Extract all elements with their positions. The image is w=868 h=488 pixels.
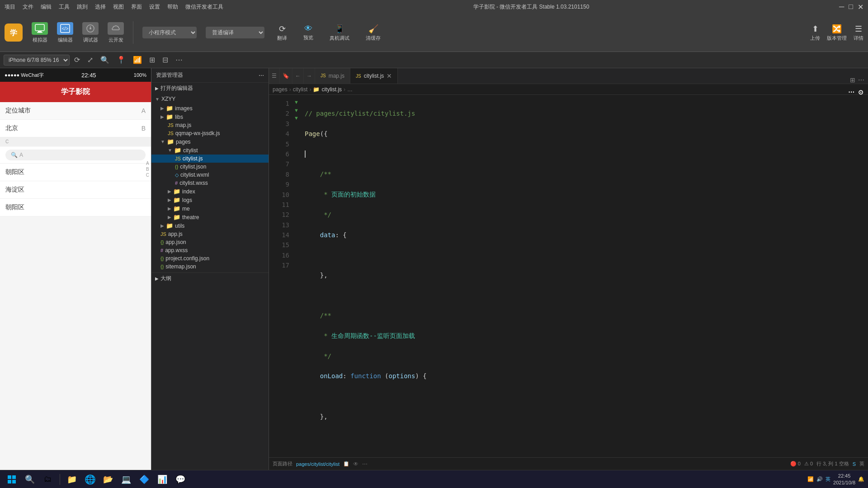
- folder-pages[interactable]: ▼ 📁 pages: [151, 137, 269, 146]
- taskbar-wechat[interactable]: 💬: [172, 471, 189, 488]
- menu-interface[interactable]: 界面: [131, 3, 142, 11]
- district-item-3[interactable]: 朝阳区: [0, 199, 151, 216]
- split-button[interactable]: ⊟: [160, 54, 171, 66]
- menu-view[interactable]: 视图: [113, 3, 124, 11]
- taskbar-files[interactable]: 📂: [100, 471, 116, 488]
- recent-editors-header[interactable]: ▶ 打开的编辑器: [151, 83, 269, 94]
- folder-theatre[interactable]: ▶ 📁 theatre: [151, 213, 269, 221]
- file-citylist-wxml[interactable]: ◇ citylist.wxml: [151, 171, 269, 179]
- folder-citylist[interactable]: ▼ 📁 citylist: [151, 146, 269, 155]
- code-content[interactable]: // pages/citylist/citylist.js Page({ /**…: [301, 95, 868, 457]
- wifi-button[interactable]: 📶: [130, 54, 145, 66]
- file-map-js[interactable]: JS map.js: [151, 121, 269, 129]
- close-button[interactable]: ✕: [858, 3, 863, 11]
- file-app-wxss[interactable]: # app.wxss: [151, 246, 269, 254]
- upload-button[interactable]: ⬆ 上传: [810, 24, 820, 42]
- tab-citylist-js[interactable]: JS citylist.js ✕: [350, 68, 398, 84]
- device-select[interactable]: iPhone 6/7/8 85% 16: [4, 55, 70, 66]
- alpha-nav-a[interactable]: A: [146, 161, 149, 166]
- menu-wechat-devtools[interactable]: 微信开发者工具: [185, 3, 223, 11]
- grid-button[interactable]: ⊞: [146, 54, 158, 66]
- file-sitemap[interactable]: {} sitemap.json: [151, 263, 269, 271]
- simulator-button[interactable]: 模拟器: [32, 22, 48, 43]
- breadcrumb-more[interactable]: …: [347, 86, 353, 93]
- citylist-json-icon: {}: [175, 164, 178, 169]
- alpha-nav-b[interactable]: B: [146, 167, 149, 172]
- rotate-button[interactable]: ⟳: [71, 54, 83, 66]
- alpha-nav-c[interactable]: C: [146, 173, 149, 178]
- panel-more-button[interactable]: ⋯: [259, 72, 264, 79]
- menu-help[interactable]: 帮助: [167, 3, 178, 11]
- split-editor-button[interactable]: ⊞: [850, 76, 855, 84]
- menu-project[interactable]: 项目: [5, 3, 15, 11]
- preview-button[interactable]: 👁 预览: [300, 22, 317, 43]
- real-debug-button[interactable]: 📱 真机调试: [326, 22, 353, 43]
- district-item-1[interactable]: 朝阳区: [0, 164, 151, 181]
- breadcrumb-citylist[interactable]: citylist: [293, 86, 308, 93]
- more-sec-button[interactable]: ⋯: [173, 54, 185, 66]
- tab-bookmark-button[interactable]: 🔖: [280, 68, 292, 84]
- me-chevron: ▶: [168, 206, 171, 211]
- menu-tools[interactable]: 工具: [59, 3, 70, 11]
- code-line-12: * 生命周期函数--监听页面加载: [305, 331, 868, 341]
- nav-back-button[interactable]: ←: [292, 68, 304, 84]
- outline-header[interactable]: ▶ 大纲: [151, 272, 269, 284]
- menu-file[interactable]: 文件: [23, 3, 33, 11]
- tab-map-js[interactable]: JS map.js: [315, 68, 350, 84]
- folder-me[interactable]: ▶ 📁 me: [151, 204, 269, 213]
- taskbar-ppt[interactable]: 📊: [154, 471, 170, 488]
- folder-libs[interactable]: ▶ 📁 libs: [151, 113, 269, 121]
- folder-images[interactable]: ▶ 📁 images: [151, 104, 269, 113]
- taskbar-terminal[interactable]: 💻: [118, 471, 134, 488]
- fullscreen-button[interactable]: ⤢: [85, 54, 96, 66]
- version-button[interactable]: 🔀 版本管理: [827, 24, 847, 42]
- district-item-2[interactable]: 海淀区: [0, 181, 151, 199]
- detail-button[interactable]: ☰ 详情: [854, 24, 863, 42]
- mode-select[interactable]: 小程序模式: [142, 27, 197, 38]
- taskbar-explorer[interactable]: 📁: [64, 471, 80, 488]
- location-button[interactable]: 📍: [114, 54, 128, 66]
- file-app-js[interactable]: JS app.js: [151, 230, 269, 238]
- preview-icon-bottom[interactable]: 👁: [353, 461, 359, 467]
- editor-button[interactable]: </> 编辑器: [57, 22, 73, 43]
- folder-utils[interactable]: ▶ 📁 utils: [151, 221, 269, 230]
- compile-select[interactable]: 普通编译: [206, 27, 264, 38]
- tab-list-button[interactable]: ☰: [269, 68, 280, 84]
- menu-settings[interactable]: 设置: [149, 3, 160, 11]
- file-project-config[interactable]: {} project.config.json: [151, 254, 269, 263]
- menu-select[interactable]: 选择: [95, 3, 106, 11]
- root-folder[interactable]: ▼ XZYY: [151, 94, 269, 104]
- file-app-json[interactable]: {} app.json: [151, 238, 269, 246]
- start-button[interactable]: [4, 471, 20, 488]
- file-qqmap-js[interactable]: JS qqmap-wx-jssdk.js: [151, 129, 269, 137]
- file-citylist-json[interactable]: {} citylist.json: [151, 163, 269, 171]
- more-tabs-button[interactable]: ⋯: [858, 76, 864, 84]
- folder-logs[interactable]: ▶ 📁 logs: [151, 196, 269, 204]
- page-path-copy-icon[interactable]: 📋: [343, 461, 349, 467]
- cloud-button[interactable]: 云开发: [108, 22, 124, 43]
- refresh-button[interactable]: ⟳ 翻译: [274, 22, 291, 43]
- code-editor[interactable]: 1 2 3 4 5 6 7 8 9 10 11 12 13 14 15 16 1…: [269, 95, 868, 457]
- taskbar-time[interactable]: 22:45 2021/10/8: [833, 473, 855, 486]
- breadcrumb-pages[interactable]: pages: [273, 86, 288, 93]
- taskbar-vscode[interactable]: 🔷: [136, 471, 152, 488]
- menu-edit[interactable]: 编辑: [41, 3, 52, 11]
- zoom-button[interactable]: 🔍: [98, 54, 112, 66]
- citylist-tab-close[interactable]: ✕: [387, 72, 392, 80]
- debugger-button[interactable]: 调试器: [82, 22, 99, 43]
- taskbar-notification-icon[interactable]: 🔔: [858, 476, 864, 482]
- current-city[interactable]: 北京: [5, 124, 18, 132]
- file-citylist-wxss[interactable]: # citylist.wxss: [151, 179, 269, 187]
- maximize-button[interactable]: □: [849, 3, 853, 11]
- nav-forward-button[interactable]: →: [304, 68, 315, 84]
- taskbar-search[interactable]: 🔍: [22, 471, 38, 488]
- minimize-button[interactable]: ─: [839, 3, 844, 11]
- file-citylist-js[interactable]: JS citylist.js: [151, 155, 269, 163]
- clear-button[interactable]: 🧹 清缓存: [362, 22, 384, 43]
- menu-goto[interactable]: 跳到: [77, 3, 88, 11]
- breadcrumb-current[interactable]: citylist.js: [321, 86, 342, 93]
- taskbar-browser[interactable]: 🌐: [82, 471, 98, 488]
- taskbar-taskview[interactable]: 🗂: [40, 471, 56, 488]
- more-bottom-button[interactable]: ⋯: [362, 461, 368, 467]
- folder-index[interactable]: ▶ 📁 index: [151, 187, 269, 196]
